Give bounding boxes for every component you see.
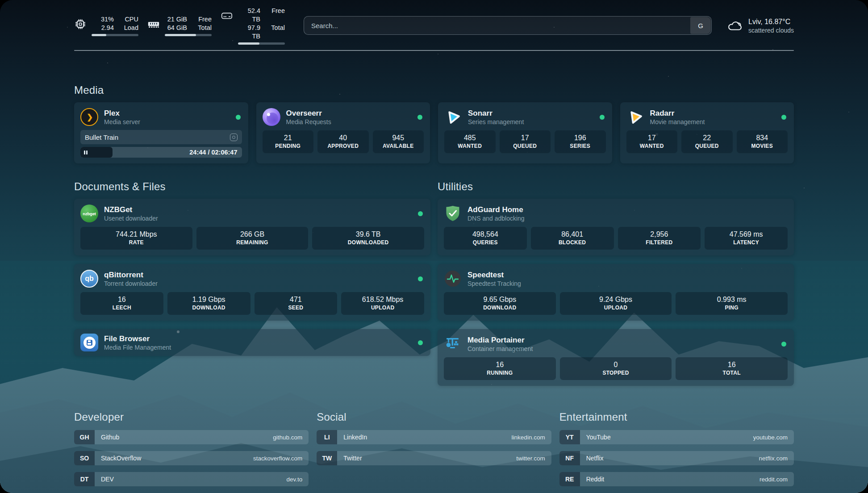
bookmark-abbr: RE — [559, 472, 580, 486]
weather-widget[interactable]: Lviv, 16.87°C scattered clouds — [727, 17, 794, 34]
playback-progress-bar[interactable]: 24:44 / 02:06:47 — [80, 147, 242, 158]
cpu-load-label: Load — [120, 24, 138, 32]
radarr-card[interactable]: Radarr Movie management 17 WANTED 22 QUE… — [620, 102, 794, 163]
stat-block: 2,956 FILTERED — [618, 227, 701, 250]
developer-heading: Developer — [74, 411, 309, 423]
pause-icon[interactable] — [84, 150, 88, 155]
now-playing-row: Bullet Train — [80, 130, 242, 144]
bookmark-linkedin[interactable]: LI LinkedIn linkedin.com — [317, 430, 551, 444]
bookmark-domain: reddit.com — [760, 476, 788, 483]
bookmark-abbr: NF — [559, 451, 580, 465]
disk-free-value: 52.4 TB — [238, 7, 260, 24]
dashboard-screen: 31% CPU 2.94 Load — [0, 0, 868, 493]
memory-progress-bar — [165, 34, 212, 36]
speedtest-icon — [444, 270, 462, 288]
stat-block: 196 SERIES — [555, 130, 606, 153]
memory-total-label: Total — [193, 24, 212, 32]
playback-progress-fill — [80, 147, 113, 158]
memory-total-value: 64 GiB — [165, 24, 187, 32]
status-online-dot — [236, 115, 241, 120]
service-name: AdGuard Home — [467, 205, 525, 214]
nzbget-card[interactable]: nzbget NZBGet Usenet downloader 744.21 M… — [74, 199, 430, 255]
qbittorrent-card[interactable]: qb qBittorrent Torrent downloader 16 LEE… — [74, 264, 430, 321]
service-name: Radarr — [650, 109, 705, 118]
status-online-dot — [418, 211, 423, 216]
topbar: 31% CPU 2.94 Load — [74, 0, 794, 38]
service-subtitle: Series management — [468, 118, 524, 126]
bookmark-netflix[interactable]: NF Netflix netflix.com — [559, 451, 794, 465]
stat-block: 39.6 TB DOWNLOADED — [312, 227, 424, 250]
bookmark-dev[interactable]: DT DEV dev.to — [74, 472, 309, 486]
status-online-dot — [418, 276, 423, 281]
adguard-card[interactable]: AdGuard Home DNS and adblocking 498,564 … — [438, 199, 794, 255]
session-icon[interactable] — [230, 134, 238, 141]
bookmark-reddit[interactable]: RE Reddit reddit.com — [559, 472, 794, 486]
bookmark-domain: linkedin.com — [512, 434, 545, 441]
bookmark-name: StackOverflow — [101, 455, 141, 462]
overseerr-card[interactable]: Overseerr Media Requests 21 PENDING 40 A… — [256, 102, 430, 163]
documents-section-heading: Documents & Files — [74, 180, 430, 193]
service-subtitle: Usenet downloader — [104, 214, 158, 222]
bookmark-abbr: GH — [74, 430, 95, 444]
stat-block: 744.21 Mbps RATE — [80, 227, 192, 250]
search-input[interactable] — [304, 16, 712, 35]
stat-block: 471 SEED — [255, 292, 338, 315]
bookmark-abbr: TW — [317, 451, 337, 465]
cpu-icon — [74, 18, 87, 30]
search-provider-button[interactable]: G — [690, 17, 711, 34]
memory-widget: 21 GiB Free 64 GiB Total — [147, 15, 212, 36]
bookmark-twitter[interactable]: TW Twitter twitter.com — [317, 451, 551, 465]
stat-block: 0 STOPPED — [560, 357, 672, 380]
memory-free-value: 21 GiB — [165, 15, 187, 24]
utilities-column: Utilities — [438, 180, 794, 386]
bookmark-name: YouTube — [586, 434, 611, 441]
stat-block: 21 PENDING — [263, 130, 314, 153]
service-name: Plex — [104, 109, 140, 118]
now-playing-title: Bullet Train — [85, 134, 118, 141]
sonarr-icon — [444, 108, 462, 126]
bookmark-name: Github — [101, 434, 119, 441]
disk-progress-bar — [238, 42, 285, 45]
cpu-load-value: 2.94 — [92, 24, 114, 32]
bookmark-youtube[interactable]: YT YouTube youtube.com — [559, 430, 794, 444]
service-subtitle: DNS and adblocking — [467, 214, 525, 222]
bookmark-name: DEV — [101, 476, 114, 483]
service-subtitle: Media File Management — [104, 343, 171, 351]
service-name: Overseerr — [286, 109, 331, 118]
bookmark-name: Netflix — [586, 455, 604, 462]
social-group: Social LI LinkedIn linkedin.com TW Twitt… — [317, 411, 551, 493]
plex-card[interactable]: ❯ Plex Media server Bullet Train 24:44 / — [74, 102, 248, 163]
stat-block: 945 AVAILABLE — [373, 130, 424, 153]
stat-block: 16 LEECH — [80, 292, 163, 315]
filebrowser-card[interactable]: File Browser Media File Management — [74, 329, 430, 356]
media-section-heading: Media — [74, 84, 794, 96]
memory-icon — [147, 18, 160, 30]
plex-icon: ❯ — [80, 108, 98, 126]
stat-block: 834 MOVIES — [737, 130, 788, 153]
stat-block: 16 TOTAL — [676, 357, 788, 380]
service-subtitle: Container management — [467, 345, 533, 353]
sonarr-card[interactable]: Sonarr Series management 485 WANTED 17 Q… — [438, 102, 612, 163]
status-online-dot — [417, 115, 422, 120]
portainer-card[interactable]: Media Portainer Container management 16 … — [438, 329, 794, 386]
service-name: Speedtest — [467, 270, 521, 280]
disk-total-label: Total — [266, 24, 285, 41]
disk-widget: 52.4 TB Free 97.9 TB Total — [221, 7, 285, 45]
developer-group: Developer GH Github github.com SO StackO… — [74, 411, 309, 493]
disk-total-value: 97.9 TB — [238, 24, 260, 41]
speedtest-card[interactable]: Speedtest Speedtest Tracking 9.65 Gbps D… — [438, 264, 794, 321]
stat-block: 0.993 ms PING — [676, 292, 788, 315]
bookmark-domain: twitter.com — [516, 455, 545, 462]
stat-block: 86,401 BLOCKED — [531, 227, 614, 250]
service-subtitle: Speedtest Tracking — [467, 280, 521, 288]
stat-block: 498,564 QUERIES — [444, 227, 527, 250]
stat-block: 22 QUEUED — [681, 130, 733, 153]
bookmark-stackoverflow[interactable]: SO StackOverflow stackoverflow.com — [74, 451, 309, 465]
google-icon: G — [698, 22, 703, 29]
disk-free-label: Free — [266, 7, 285, 24]
bookmark-github[interactable]: GH Github github.com — [74, 430, 309, 444]
service-name: qBittorrent — [104, 270, 158, 280]
service-subtitle: Torrent downloader — [104, 280, 158, 288]
filebrowser-icon — [80, 334, 98, 351]
search-bar: G — [304, 16, 712, 35]
